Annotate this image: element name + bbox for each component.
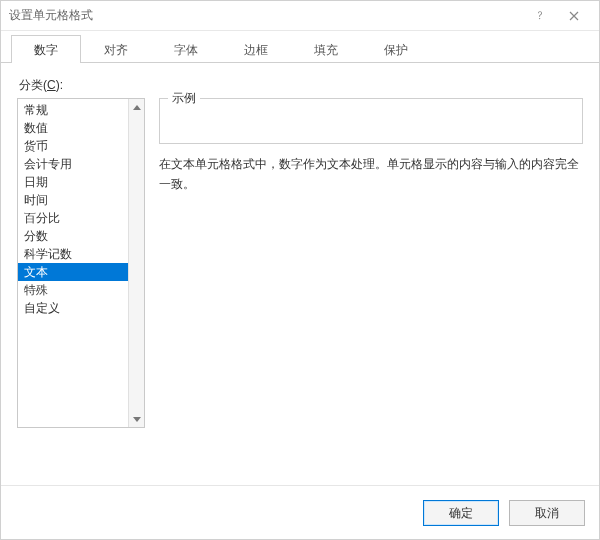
- scroll-down-icon[interactable]: [129, 411, 145, 427]
- cancel-button[interactable]: 取消: [509, 500, 585, 526]
- columns: 常规数值货币会计专用日期时间百分比分数科学记数文本特殊自定义 示例 在文本单元格…: [17, 98, 583, 485]
- sample-legend: 示例: [168, 90, 200, 107]
- scroll-up-icon[interactable]: [129, 99, 145, 115]
- window-title: 设置单元格格式: [9, 7, 523, 24]
- svg-point-0: [539, 17, 540, 18]
- tab-4[interactable]: 填充: [291, 35, 361, 63]
- category-label-prefix: 分类(: [19, 78, 47, 92]
- dialog-footer: 确定 取消: [1, 485, 599, 539]
- category-item[interactable]: 科学记数: [18, 245, 128, 263]
- category-item[interactable]: 常规: [18, 101, 128, 119]
- category-item[interactable]: 时间: [18, 191, 128, 209]
- category-item[interactable]: 会计专用: [18, 155, 128, 173]
- category-item[interactable]: 百分比: [18, 209, 128, 227]
- close-button[interactable]: [557, 2, 591, 30]
- category-item[interactable]: 货币: [18, 137, 128, 155]
- tab-bar: 数字对齐字体边框填充保护: [1, 31, 599, 63]
- right-column: 示例 在文本单元格格式中，数字作为文本处理。单元格显示的内容与输入的内容完全一致…: [159, 98, 583, 485]
- ok-button[interactable]: 确定: [423, 500, 499, 526]
- sample-box: 示例: [159, 98, 583, 144]
- titlebar: 设置单元格格式: [1, 1, 599, 31]
- tab-1[interactable]: 对齐: [81, 35, 151, 63]
- listbox-scrollbar[interactable]: [128, 99, 144, 427]
- tab-3[interactable]: 边框: [221, 35, 291, 63]
- category-item[interactable]: 日期: [18, 173, 128, 191]
- category-label-key: C: [47, 78, 56, 92]
- category-item[interactable]: 特殊: [18, 281, 128, 299]
- tab-0[interactable]: 数字: [11, 35, 81, 63]
- category-item[interactable]: 自定义: [18, 299, 128, 317]
- category-item[interactable]: 数值: [18, 119, 128, 137]
- category-item[interactable]: 分数: [18, 227, 128, 245]
- tab-5[interactable]: 保护: [361, 35, 431, 63]
- category-listbox[interactable]: 常规数值货币会计专用日期时间百分比分数科学记数文本特殊自定义: [17, 98, 145, 428]
- category-label: 分类(C):: [19, 77, 583, 94]
- tab-2[interactable]: 字体: [151, 35, 221, 63]
- dialog-body: 分类(C): 常规数值货币会计专用日期时间百分比分数科学记数文本特殊自定义 示例: [1, 63, 599, 485]
- category-item[interactable]: 文本: [18, 263, 128, 281]
- format-description: 在文本单元格格式中，数字作为文本处理。单元格显示的内容与输入的内容完全一致。: [159, 154, 583, 194]
- dialog-window: 设置单元格格式 数字对齐字体边框填充保护 分类(C): 常规数值货币会计专用日期…: [0, 0, 600, 540]
- help-button[interactable]: [523, 2, 557, 30]
- category-label-suffix: ):: [56, 78, 63, 92]
- category-items: 常规数值货币会计专用日期时间百分比分数科学记数文本特殊自定义: [18, 99, 128, 427]
